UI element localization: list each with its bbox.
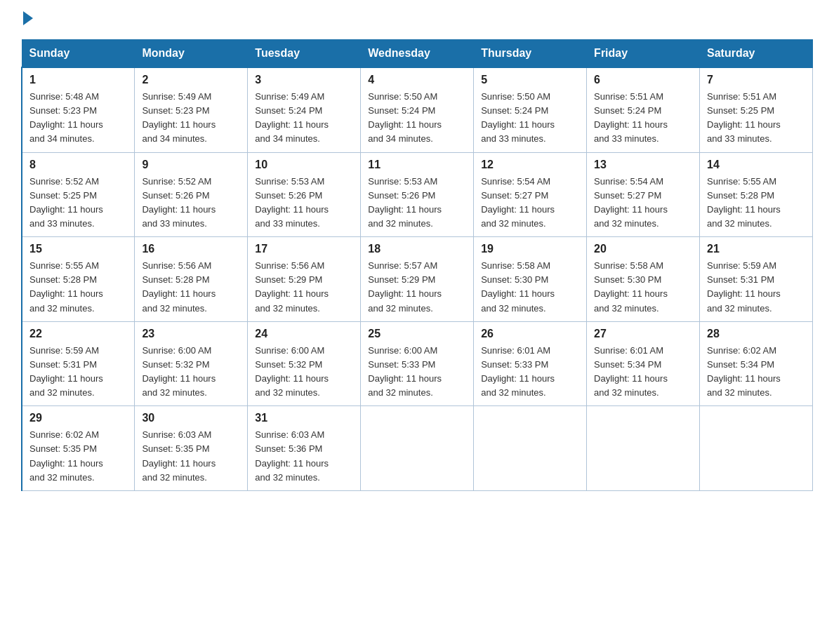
day-number: 31	[255, 412, 353, 424]
day-number: 17	[255, 243, 353, 255]
calendar-cell: 31 Sunrise: 6:03 AMSunset: 5:36 PMDaylig…	[248, 406, 361, 491]
day-info: Sunrise: 5:58 AMSunset: 5:30 PMDaylight:…	[594, 260, 668, 313]
calendar-cell: 6 Sunrise: 5:51 AMSunset: 5:24 PMDayligh…	[587, 67, 700, 152]
calendar-cell: 13 Sunrise: 5:54 AMSunset: 5:27 PMDaylig…	[587, 152, 700, 237]
day-info: Sunrise: 5:49 AMSunset: 5:23 PMDaylight:…	[142, 91, 216, 144]
header	[21, 14, 813, 25]
day-number: 8	[29, 159, 127, 171]
day-number: 6	[594, 74, 692, 86]
day-info: Sunrise: 6:00 AMSunset: 5:32 PMDaylight:…	[142, 345, 216, 398]
calendar-week-row: 22 Sunrise: 5:59 AMSunset: 5:31 PMDaylig…	[22, 321, 813, 406]
calendar-cell: 27 Sunrise: 6:01 AMSunset: 5:34 PMDaylig…	[587, 321, 700, 406]
calendar-cell: 18 Sunrise: 5:57 AMSunset: 5:29 PMDaylig…	[361, 237, 474, 322]
day-info: Sunrise: 5:59 AMSunset: 5:31 PMDaylight:…	[707, 260, 781, 313]
day-number: 30	[142, 412, 240, 424]
day-info: Sunrise: 5:49 AMSunset: 5:24 PMDaylight:…	[255, 91, 329, 144]
day-number: 9	[142, 159, 240, 171]
calendar-cell: 1 Sunrise: 5:48 AMSunset: 5:23 PMDayligh…	[22, 67, 135, 152]
day-info: Sunrise: 5:51 AMSunset: 5:24 PMDaylight:…	[594, 91, 668, 144]
calendar-cell: 17 Sunrise: 5:56 AMSunset: 5:29 PMDaylig…	[248, 237, 361, 322]
day-info: Sunrise: 6:03 AMSunset: 5:36 PMDaylight:…	[255, 429, 329, 482]
calendar-cell: 9 Sunrise: 5:52 AMSunset: 5:26 PMDayligh…	[135, 152, 248, 237]
calendar-cell: 28 Sunrise: 6:02 AMSunset: 5:34 PMDaylig…	[700, 321, 813, 406]
day-number: 2	[142, 74, 240, 86]
day-number: 15	[29, 243, 127, 255]
calendar-cell: 15 Sunrise: 5:55 AMSunset: 5:28 PMDaylig…	[22, 237, 135, 322]
calendar-cell: 7 Sunrise: 5:51 AMSunset: 5:25 PMDayligh…	[700, 67, 813, 152]
calendar-cell: 24 Sunrise: 6:00 AMSunset: 5:32 PMDaylig…	[248, 321, 361, 406]
day-info: Sunrise: 6:02 AMSunset: 5:34 PMDaylight:…	[707, 345, 781, 398]
day-info: Sunrise: 5:58 AMSunset: 5:30 PMDaylight:…	[481, 260, 555, 313]
header-sunday: Sunday	[22, 40, 135, 68]
day-info: Sunrise: 5:48 AMSunset: 5:23 PMDaylight:…	[29, 91, 103, 144]
day-number: 23	[142, 328, 240, 340]
calendar-table: SundayMondayTuesdayWednesdayThursdayFrid…	[21, 39, 813, 491]
day-number: 27	[594, 328, 692, 340]
day-info: Sunrise: 5:56 AMSunset: 5:29 PMDaylight:…	[255, 260, 329, 313]
day-info: Sunrise: 5:54 AMSunset: 5:27 PMDaylight:…	[594, 176, 668, 229]
calendar-cell: 10 Sunrise: 5:53 AMSunset: 5:26 PMDaylig…	[248, 152, 361, 237]
calendar-header-row: SundayMondayTuesdayWednesdayThursdayFrid…	[22, 40, 813, 68]
day-info: Sunrise: 5:53 AMSunset: 5:26 PMDaylight:…	[255, 176, 329, 229]
calendar-cell	[587, 406, 700, 491]
day-number: 16	[142, 243, 240, 255]
day-number: 29	[29, 412, 127, 424]
day-number: 28	[707, 328, 805, 340]
calendar-week-row: 1 Sunrise: 5:48 AMSunset: 5:23 PMDayligh…	[22, 67, 813, 152]
day-info: Sunrise: 5:55 AMSunset: 5:28 PMDaylight:…	[707, 176, 781, 229]
calendar-cell: 12 Sunrise: 5:54 AMSunset: 5:27 PMDaylig…	[474, 152, 587, 237]
day-number: 26	[481, 328, 579, 340]
day-info: Sunrise: 5:50 AMSunset: 5:24 PMDaylight:…	[481, 91, 555, 144]
calendar-cell	[361, 406, 474, 491]
day-info: Sunrise: 6:02 AMSunset: 5:35 PMDaylight:…	[29, 429, 103, 482]
day-info: Sunrise: 6:00 AMSunset: 5:33 PMDaylight:…	[368, 345, 442, 398]
day-info: Sunrise: 6:01 AMSunset: 5:34 PMDaylight:…	[594, 345, 668, 398]
day-info: Sunrise: 6:00 AMSunset: 5:32 PMDaylight:…	[255, 345, 329, 398]
calendar-cell: 20 Sunrise: 5:58 AMSunset: 5:30 PMDaylig…	[587, 237, 700, 322]
calendar-cell: 19 Sunrise: 5:58 AMSunset: 5:30 PMDaylig…	[474, 237, 587, 322]
calendar-cell: 3 Sunrise: 5:49 AMSunset: 5:24 PMDayligh…	[248, 67, 361, 152]
day-number: 5	[481, 74, 579, 86]
logo	[21, 14, 33, 25]
calendar-cell: 16 Sunrise: 5:56 AMSunset: 5:28 PMDaylig…	[135, 237, 248, 322]
calendar-cell	[474, 406, 587, 491]
day-info: Sunrise: 6:01 AMSunset: 5:33 PMDaylight:…	[481, 345, 555, 398]
calendar-cell: 23 Sunrise: 6:00 AMSunset: 5:32 PMDaylig…	[135, 321, 248, 406]
day-number: 22	[29, 328, 127, 340]
calendar-cell: 2 Sunrise: 5:49 AMSunset: 5:23 PMDayligh…	[135, 67, 248, 152]
day-number: 13	[594, 159, 692, 171]
day-info: Sunrise: 5:52 AMSunset: 5:26 PMDaylight:…	[142, 176, 216, 229]
calendar-cell: 22 Sunrise: 5:59 AMSunset: 5:31 PMDaylig…	[22, 321, 135, 406]
calendar-cell: 5 Sunrise: 5:50 AMSunset: 5:24 PMDayligh…	[474, 67, 587, 152]
calendar-cell: 26 Sunrise: 6:01 AMSunset: 5:33 PMDaylig…	[474, 321, 587, 406]
header-wednesday: Wednesday	[361, 40, 474, 68]
day-number: 12	[481, 159, 579, 171]
header-saturday: Saturday	[700, 40, 813, 68]
calendar-week-row: 29 Sunrise: 6:02 AMSunset: 5:35 PMDaylig…	[22, 406, 813, 491]
calendar-cell: 8 Sunrise: 5:52 AMSunset: 5:25 PMDayligh…	[22, 152, 135, 237]
calendar-cell: 14 Sunrise: 5:55 AMSunset: 5:28 PMDaylig…	[700, 152, 813, 237]
day-number: 11	[368, 159, 466, 171]
day-number: 3	[255, 74, 353, 86]
day-number: 20	[594, 243, 692, 255]
day-number: 25	[368, 328, 466, 340]
calendar-cell: 30 Sunrise: 6:03 AMSunset: 5:35 PMDaylig…	[135, 406, 248, 491]
day-number: 24	[255, 328, 353, 340]
day-number: 1	[29, 74, 127, 86]
calendar-cell: 25 Sunrise: 6:00 AMSunset: 5:33 PMDaylig…	[361, 321, 474, 406]
day-info: Sunrise: 6:03 AMSunset: 5:35 PMDaylight:…	[142, 429, 216, 482]
logo-triangle-icon	[23, 11, 33, 25]
day-info: Sunrise: 5:51 AMSunset: 5:25 PMDaylight:…	[707, 91, 781, 144]
calendar-cell: 29 Sunrise: 6:02 AMSunset: 5:35 PMDaylig…	[22, 406, 135, 491]
day-info: Sunrise: 5:52 AMSunset: 5:25 PMDaylight:…	[29, 176, 103, 229]
day-number: 18	[368, 243, 466, 255]
day-info: Sunrise: 5:57 AMSunset: 5:29 PMDaylight:…	[368, 260, 442, 313]
day-info: Sunrise: 5:56 AMSunset: 5:28 PMDaylight:…	[142, 260, 216, 313]
calendar-cell: 4 Sunrise: 5:50 AMSunset: 5:24 PMDayligh…	[361, 67, 474, 152]
header-monday: Monday	[135, 40, 248, 68]
header-thursday: Thursday	[474, 40, 587, 68]
day-info: Sunrise: 5:54 AMSunset: 5:27 PMDaylight:…	[481, 176, 555, 229]
header-tuesday: Tuesday	[248, 40, 361, 68]
day-info: Sunrise: 5:55 AMSunset: 5:28 PMDaylight:…	[29, 260, 103, 313]
day-info: Sunrise: 5:59 AMSunset: 5:31 PMDaylight:…	[29, 345, 103, 398]
